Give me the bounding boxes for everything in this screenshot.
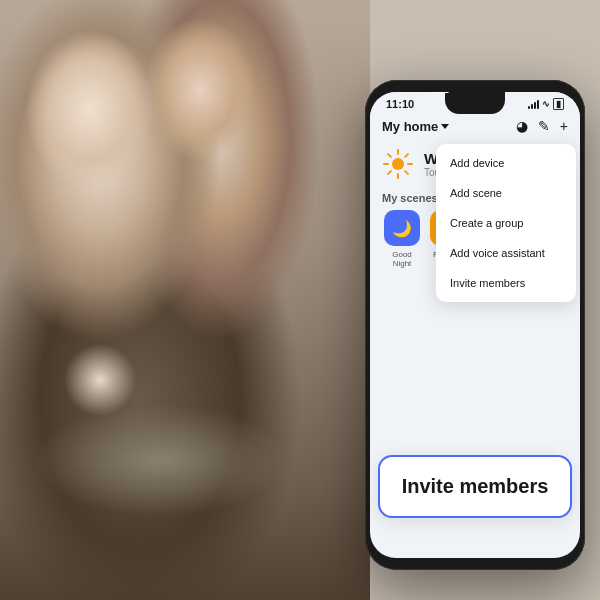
dropdown-menu: Add device Add scene Create a group Add … xyxy=(436,144,576,302)
app-header: My home ◕ ✎ + xyxy=(370,112,580,140)
scene-icon-goodnight: 🌙 xyxy=(384,210,420,246)
phone-notch xyxy=(445,92,505,114)
scene-item-goodnight[interactable]: 🌙 Good Night xyxy=(382,210,422,268)
menu-item-add-device[interactable]: Add device xyxy=(436,148,576,178)
invite-card-text: Invite members xyxy=(396,475,554,498)
phone-body: 11:10 ∿ ▮ My home xyxy=(365,80,585,570)
sun-icon xyxy=(382,148,414,180)
svg-point-0 xyxy=(392,158,404,170)
home-title-group[interactable]: My home xyxy=(382,119,449,134)
edit-icon[interactable]: ✎ xyxy=(538,118,550,134)
svg-line-5 xyxy=(388,154,391,157)
phone-device: 11:10 ∿ ▮ My home xyxy=(365,80,585,570)
svg-line-6 xyxy=(405,171,408,174)
menu-item-add-scene[interactable]: Add scene xyxy=(436,178,576,208)
scene-name-goodnight: Good Night xyxy=(382,250,422,268)
home-title-text: My home xyxy=(382,119,438,134)
status-time: 11:10 xyxy=(386,98,414,110)
wifi-icon: ∿ xyxy=(542,99,550,109)
menu-item-invite-members[interactable]: Invite members xyxy=(436,268,576,298)
svg-line-7 xyxy=(405,154,408,157)
svg-line-8 xyxy=(388,171,391,174)
menu-item-voice-assistant[interactable]: Add voice assistant xyxy=(436,238,576,268)
menu-item-create-group[interactable]: Create a group xyxy=(436,208,576,238)
phone-screen: 11:10 ∿ ▮ My home xyxy=(370,92,580,558)
header-icons-group: ◕ ✎ + xyxy=(516,118,568,134)
person-details xyxy=(0,0,370,600)
signal-icon xyxy=(528,100,539,109)
tooltip-arrow-inner xyxy=(431,92,449,93)
battery-icon: ▮ xyxy=(553,98,564,110)
chevron-down-icon xyxy=(441,124,449,129)
status-icons: ∿ ▮ xyxy=(528,98,564,110)
radar-icon[interactable]: ◕ xyxy=(516,118,528,134)
invite-card[interactable]: Invite members xyxy=(378,455,572,518)
plus-icon[interactable]: + xyxy=(560,118,568,134)
